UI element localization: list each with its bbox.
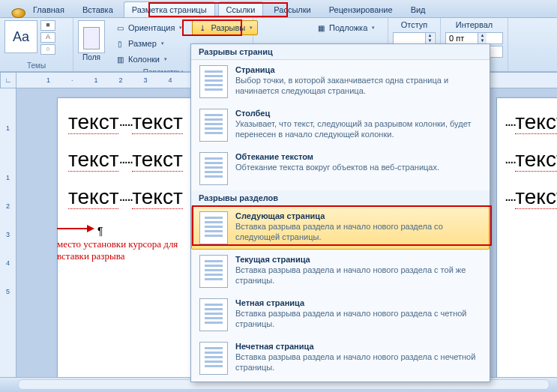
columns-label: Колонки xyxy=(128,55,160,64)
tab-mailings[interactable]: Рассылки xyxy=(266,2,318,17)
gallery-item-desc: Вставка разрыва раздела и начало нового … xyxy=(235,352,481,373)
gallery-item-next-page[interactable]: Следующая страница Вставка разрыва разде… xyxy=(191,206,490,250)
gallery-item-title: Страница xyxy=(235,65,481,74)
group-label-themes: Темы xyxy=(4,60,68,71)
gallery-item-text-wrap[interactable]: Обтекание текстом Обтекание текста вокру… xyxy=(191,147,490,190)
spacing-before[interactable]: ▲▼ xyxy=(445,32,503,44)
page-2[interactable]: ····текст ····текст ····текст xyxy=(496,97,557,377)
gallery-item-title: Текущая страница xyxy=(235,255,481,264)
gallery-item-odd-page[interactable]: Нечетная страница Вставка разрыва раздел… xyxy=(191,337,490,380)
themes-button[interactable]: Aa xyxy=(4,20,37,53)
size-label: Размер xyxy=(128,39,157,48)
theme-fonts-icon[interactable]: A xyxy=(40,32,55,43)
tab-review[interactable]: Рецензирование xyxy=(322,2,400,17)
breaks-icon: ⤓ xyxy=(197,22,208,33)
gallery-item-continuous[interactable]: Текущая страница Вставка разрыва раздела… xyxy=(191,250,490,293)
gallery-item-title: Четная страница xyxy=(235,298,481,307)
gallery-item-desc: Вставка разрыва раздела и начало нового … xyxy=(235,309,481,330)
gallery-item-title: Нечетная страница xyxy=(235,342,481,351)
columns-button[interactable]: ▥ Колонки ▾ xyxy=(109,52,187,67)
section-next-page-icon xyxy=(199,211,228,244)
section-odd-page-icon xyxy=(199,342,228,375)
ribbon-tabs: Главная Вставка Разметка страницы Ссылки… xyxy=(0,0,557,18)
orientation-button[interactable]: ▭ Ориентация ▾ xyxy=(109,20,187,35)
page-1[interactable]: текст·····текст текст·····текст текст···… xyxy=(57,97,199,377)
gallery-item-desc: Вставка разрыва раздела и начало нового … xyxy=(235,222,481,243)
section-continuous-icon xyxy=(199,255,228,288)
gallery-item-page[interactable]: Страница Выбор точки, в которой заканчив… xyxy=(191,60,490,103)
tab-view[interactable]: Вид xyxy=(403,2,433,17)
gallery-item-title: Следующая страница xyxy=(235,211,481,220)
breaks-label: Разрывы xyxy=(211,23,245,32)
watermark-label: Подложка xyxy=(329,23,367,32)
gallery-item-desc: Указывает, что текст, следующий за разры… xyxy=(235,119,481,140)
annotation-text: место установки курсора для вставки разр… xyxy=(57,238,184,263)
breaks-gallery: Разрывы страниц Страница Выбор точки, в … xyxy=(190,43,490,382)
orientation-icon: ▭ xyxy=(115,22,125,33)
watermark-button[interactable]: ▦ Подложка ▾ xyxy=(310,20,383,35)
theme-effects-icon[interactable]: ○ xyxy=(40,44,55,55)
tab-insert[interactable]: Вставка xyxy=(75,2,121,17)
size-icon: ▯ xyxy=(115,38,125,49)
page-break-icon xyxy=(199,65,228,98)
theme-colors-icon[interactable]: ■ xyxy=(40,20,55,31)
indent-label: Отступ xyxy=(393,20,436,29)
group-themes: Aa ■ A ○ Темы xyxy=(0,18,73,71)
indent-left[interactable]: ▲▼ xyxy=(393,32,436,44)
gallery-item-title: Столбец xyxy=(235,109,481,118)
watermark-icon: ▦ xyxy=(316,22,326,33)
chevron-down-icon: ▾ xyxy=(179,25,182,31)
spacing-label: Интервал xyxy=(445,20,503,29)
margins-button[interactable] xyxy=(78,20,105,53)
ruler-corner[interactable]: ∟ xyxy=(0,72,16,88)
text-wrap-icon xyxy=(199,152,228,185)
breaks-button[interactable]: ⤓ Разрывы ▾ xyxy=(192,20,258,35)
gallery-item-column[interactable]: Столбец Указывает, что текст, следующий … xyxy=(191,103,490,147)
annotation-arrow-icon xyxy=(57,223,94,234)
columns-icon: ▥ xyxy=(115,54,125,64)
office-button[interactable] xyxy=(11,8,25,18)
tab-page-layout[interactable]: Разметка страницы xyxy=(124,1,215,17)
chevron-down-icon: ▾ xyxy=(161,40,164,46)
orientation-label: Ориентация xyxy=(128,23,175,32)
gallery-item-title: Обтекание текстом xyxy=(235,152,439,161)
section-even-page-icon xyxy=(199,298,228,331)
chevron-down-icon: ▾ xyxy=(164,56,167,62)
tab-references[interactable]: Ссылки xyxy=(218,1,264,17)
svg-marker-1 xyxy=(87,225,94,232)
gallery-item-desc: Обтекание текста вокруг объектов на веб-… xyxy=(235,163,439,173)
margins-label: Поля xyxy=(82,53,100,61)
tab-home[interactable]: Главная xyxy=(25,2,72,17)
chevron-down-icon: ▾ xyxy=(372,25,375,31)
pilcrow-mark: ¶ xyxy=(97,225,103,237)
gallery-header-page-breaks: Разрывы страниц xyxy=(191,44,490,60)
gallery-item-desc: Вставка разрыва раздела и начало нового … xyxy=(235,265,481,286)
gallery-header-section-breaks: Разрывы разделов xyxy=(191,190,490,206)
chevron-down-icon: ▾ xyxy=(250,25,253,31)
size-button[interactable]: ▯ Размер ▾ xyxy=(109,36,187,51)
gallery-item-desc: Выбор точки, в которой заканчивается одн… xyxy=(235,76,481,97)
vertical-ruler[interactable]: 1 1 23 45 xyxy=(0,88,16,377)
column-break-icon xyxy=(199,109,228,142)
gallery-item-even-page[interactable]: Четная страница Вставка разрыва раздела … xyxy=(191,293,490,337)
